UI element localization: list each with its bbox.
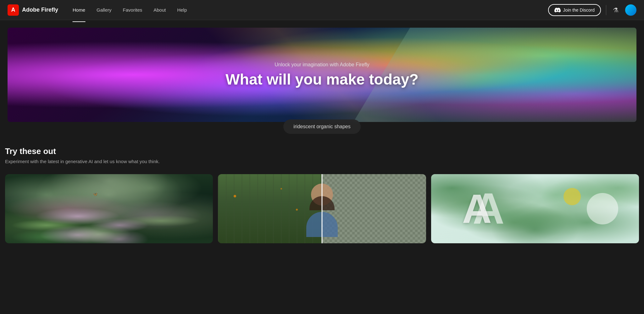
hero-content: Unlock your imagination with Adobe Firef… xyxy=(8,28,636,122)
prompt-pill[interactable]: iridescent organic shapes xyxy=(283,119,360,134)
discord-icon xyxy=(554,7,561,13)
cards-grid: 🦋 xyxy=(5,174,639,243)
nav-favorites[interactable]: Favorites xyxy=(119,5,147,15)
card-3-letter-a: A xyxy=(462,188,492,229)
discord-label: Join the Discord xyxy=(563,8,595,13)
nav-right: Join the Discord ⚗ xyxy=(548,4,636,16)
nav-home[interactable]: Home xyxy=(68,5,90,15)
card-3-circle xyxy=(587,193,618,224)
card-2-divider xyxy=(321,174,322,243)
logo-area[interactable]: A Adobe Firefly xyxy=(8,4,58,16)
brand-name: Adobe Firefly xyxy=(22,7,58,13)
card-1-bg-layer xyxy=(5,174,213,243)
flask-icon[interactable]: ⚗ xyxy=(611,6,620,14)
prompt-container: iridescent organic shapes xyxy=(0,119,644,134)
nav-links: Home Gallery Favorites About Help xyxy=(68,5,548,15)
hero-title: What will you make today? xyxy=(225,71,418,88)
nav-divider xyxy=(606,5,606,15)
section-title: Try these out xyxy=(5,146,639,156)
nav-about[interactable]: About xyxy=(149,5,170,15)
nav-help[interactable]: Help xyxy=(173,5,191,15)
card-3-yellow-circle xyxy=(564,188,581,205)
hero-subtitle: Unlock your imagination with Adobe Firef… xyxy=(275,62,369,68)
adobe-icon: A xyxy=(8,4,19,16)
card-botanical-letters[interactable]: A xyxy=(431,174,639,243)
discord-button[interactable]: Join the Discord xyxy=(548,4,601,16)
prompt-text: iridescent organic shapes xyxy=(293,124,350,129)
hero-banner: Unlock your imagination with Adobe Firef… xyxy=(8,28,636,122)
card-portrait-removal[interactable] xyxy=(218,174,426,243)
card-fantasy-forest[interactable]: 🦋 xyxy=(5,174,213,243)
try-section: Try these out Experiment with the latest… xyxy=(0,134,644,250)
nav-gallery[interactable]: Gallery xyxy=(92,5,116,15)
user-avatar[interactable] xyxy=(625,4,636,16)
section-description: Experiment with the latest in generative… xyxy=(5,159,639,164)
card-1-butterfly: 🦋 xyxy=(92,191,98,196)
card-1-plants xyxy=(5,198,213,243)
hero-wrapper: Unlock your imagination with Adobe Firef… xyxy=(0,20,644,122)
navbar: A Adobe Firefly Home Gallery Favorites A… xyxy=(0,0,644,20)
